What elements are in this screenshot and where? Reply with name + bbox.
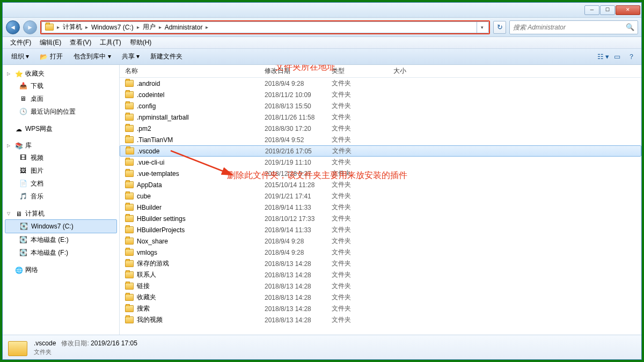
chevron-right-icon[interactable]: ▸ <box>204 24 209 30</box>
back-button[interactable]: ◄ <box>6 20 20 34</box>
breadcrumb-administrator[interactable]: Administrator <box>163 24 205 31</box>
file-row[interactable]: HBuilder settings 2018/10/12 17:33 文件夹 <box>120 213 641 224</box>
file-row[interactable]: HBuilderProjects 2018/9/14 11:33 文件夹 <box>120 224 641 235</box>
folder-icon <box>125 170 134 177</box>
sidebar-wps[interactable]: ☁WPS网盘 <box>3 123 119 135</box>
col-size[interactable]: 大小 <box>388 67 431 76</box>
file-name: Nox_share <box>137 238 168 245</box>
sidebar-item-pictures[interactable]: 🖼图片 <box>3 164 119 177</box>
file-row[interactable]: 收藏夹 2018/8/13 14:28 文件夹 <box>120 292 641 303</box>
file-row[interactable]: HBuilder 2018/9/14 11:33 文件夹 <box>120 202 641 213</box>
file-type: 文件夹 <box>326 293 388 302</box>
file-row[interactable]: Nox_share 2018/9/4 9:28 文件夹 <box>120 235 641 247</box>
sidebar-item-drive-f[interactable]: 💽本地磁盘 (F:) <box>3 246 119 259</box>
file-row[interactable]: 我的视频 2018/8/13 14:28 文件夹 <box>120 314 641 326</box>
file-name: .pm2 <box>137 125 151 132</box>
file-name: 保存的游戏 <box>137 259 169 268</box>
computer-icon: 🖥 <box>14 210 23 218</box>
breadcrumb-users[interactable]: 用户 <box>141 23 158 32</box>
sidebar-item-desktop[interactable]: 🖥桌面 <box>3 92 119 105</box>
file-row[interactable]: .config 2018/8/13 15:50 文件夹 <box>120 100 641 112</box>
file-row[interactable]: .codeintel 2018/11/2 10:09 文件夹 <box>120 89 641 100</box>
cmd-include[interactable]: 包含到库中 ▾ <box>68 52 116 61</box>
sidebar-item-documents[interactable]: 📄文档 <box>3 177 119 190</box>
sidebar-item-drive-e[interactable]: 💽本地磁盘 (E:) <box>3 233 119 246</box>
file-row[interactable]: 保存的游戏 2018/8/13 14:28 文件夹 <box>120 258 641 269</box>
file-date: 2018/9/14 11:33 <box>259 226 326 234</box>
chevron-right-icon[interactable]: ▸ <box>56 24 61 30</box>
help-button[interactable]: ？ <box>624 52 638 62</box>
close-button[interactable]: ✕ <box>616 5 640 15</box>
search-input[interactable] <box>513 24 626 31</box>
folder-icon <box>125 102 134 109</box>
folder-icon <box>125 204 134 211</box>
address-bar[interactable]: ▸ 计算机 ▸ Windows7 (C:) ▸ 用户 ▸ Administrat… <box>41 21 489 33</box>
sidebar-libraries[interactable]: ▷📚库 <box>3 140 119 151</box>
minimize-button[interactable]: ─ <box>584 5 599 15</box>
col-date[interactable]: 修改日期 <box>259 67 326 76</box>
folder-icon <box>125 136 134 143</box>
library-icon: 📚 <box>14 142 23 150</box>
file-name: HBuilder settings <box>137 215 186 223</box>
file-name: cube <box>137 193 151 200</box>
maximize-button[interactable]: ☐ <box>600 5 615 15</box>
file-row[interactable]: 链接 2018/8/13 14:28 文件夹 <box>120 280 641 292</box>
file-type: 文件夹 <box>326 113 388 122</box>
file-row[interactable]: .npminstall_tarball 2018/11/26 11:58 文件夹 <box>120 112 641 123</box>
file-date: 2018/8/13 14:28 <box>259 271 326 279</box>
chevron-right-icon[interactable]: ▸ <box>84 24 89 30</box>
file-type: 文件夹 <box>327 146 389 156</box>
menu-help[interactable]: 帮助(H) <box>126 38 156 47</box>
chevron-right-icon[interactable]: ▸ <box>158 24 163 30</box>
view-options-button[interactable]: ☷ ▾ <box>596 53 610 61</box>
col-type[interactable]: 类型 <box>326 67 388 76</box>
file-row[interactable]: 联系人 2018/8/13 14:28 文件夹 <box>120 269 641 280</box>
sidebar-item-videos[interactable]: 🎞视频 <box>3 151 119 164</box>
file-row[interactable]: .vue-cli-ui 2019/1/19 11:10 文件夹 <box>120 157 641 168</box>
sidebar-computer[interactable]: ▽🖥计算机 <box>3 208 119 219</box>
sidebar-network[interactable]: 🌐网络 <box>3 264 119 276</box>
file-row[interactable]: .android 2018/9/4 9:28 文件夹 <box>120 78 641 89</box>
file-date: 2018/9/14 11:33 <box>259 204 326 211</box>
file-row[interactable]: .vscode 2019/2/16 17:05 文件夹 <box>120 145 641 157</box>
file-row[interactable]: AppData 2015/10/14 11:28 文件夹 <box>120 179 641 190</box>
sidebar-item-recent[interactable]: 🕓最近访问的位置 <box>3 105 119 118</box>
breadcrumb-computer[interactable]: 计算机 <box>61 23 84 32</box>
forward-button[interactable]: ► <box>23 20 37 34</box>
folder-icon <box>125 249 134 256</box>
file-row[interactable]: .pm2 2018/8/30 17:20 文件夹 <box>120 123 641 134</box>
search-box[interactable]: 🔍 <box>509 20 638 34</box>
file-row[interactable]: cube 2019/1/21 17:41 文件夹 <box>120 190 641 202</box>
recent-icon: 🕓 <box>19 107 27 116</box>
cmd-share[interactable]: 共享 ▾ <box>116 52 145 61</box>
folder-icon <box>125 316 134 323</box>
sidebar-item-drive-c[interactable]: 💽Windows7 (C:) <box>5 219 117 233</box>
refresh-button[interactable]: ↻ <box>493 21 506 34</box>
sidebar-item-downloads[interactable]: 📥下载 <box>3 79 119 92</box>
file-type: 文件夹 <box>326 124 388 133</box>
sidebar-favorites[interactable]: ▷⭐收藏夹 <box>3 68 119 79</box>
col-name[interactable]: 名称 <box>120 67 259 76</box>
file-row[interactable]: 搜索 2018/8/13 14:28 文件夹 <box>120 303 641 314</box>
file-type: 文件夹 <box>326 101 388 110</box>
file-row[interactable]: .vue-templates 2018/12/28 9:37 文件夹 <box>120 168 641 179</box>
sidebar-item-music[interactable]: 🎵音乐 <box>3 190 119 203</box>
menu-tools[interactable]: 工具(T) <box>96 38 125 47</box>
file-date: 2018/8/13 15:50 <box>259 102 326 110</box>
preview-pane-button[interactable]: ▭ <box>610 53 624 61</box>
breadcrumb-drive[interactable]: Windows7 (C:) <box>89 24 136 31</box>
file-date: 2018/8/13 14:28 <box>259 260 326 268</box>
file-name: .vue-cli-ui <box>137 159 164 166</box>
address-dropdown[interactable]: ▾ <box>477 22 487 33</box>
cmd-organize[interactable]: 组织 ▾ <box>6 52 34 61</box>
menu-edit[interactable]: 编辑(E) <box>35 38 65 47</box>
cmd-newfolder[interactable]: 新建文件夹 <box>145 52 188 61</box>
menu-view[interactable]: 查看(V) <box>65 38 96 47</box>
file-row[interactable]: .TianTianVM 2018/9/4 9:52 文件夹 <box>120 134 641 145</box>
chevron-right-icon[interactable]: ▸ <box>136 24 141 30</box>
file-row[interactable]: vmlogs 2018/9/4 9:28 文件夹 <box>120 247 641 258</box>
file-type: 文件夹 <box>326 270 388 279</box>
cmd-open[interactable]: 📂打开 <box>34 52 68 61</box>
menu-file[interactable]: 文件(F) <box>6 38 35 47</box>
search-icon[interactable]: 🔍 <box>626 23 634 31</box>
